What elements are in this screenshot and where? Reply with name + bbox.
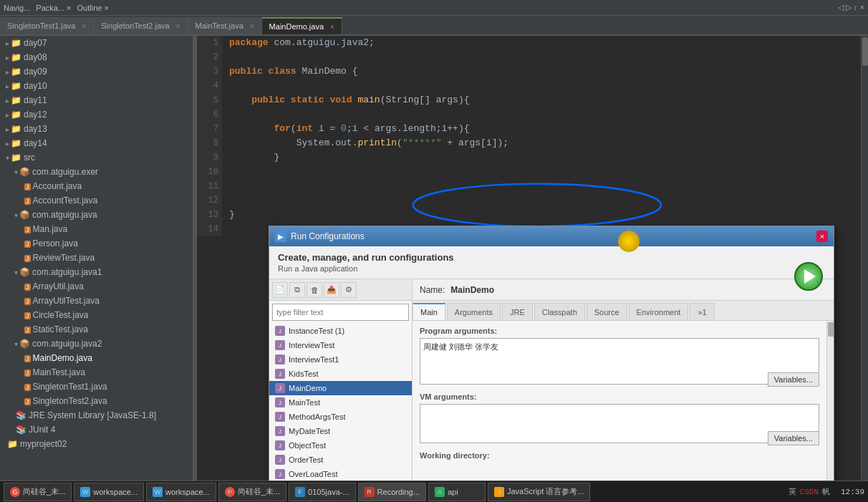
sidebar-item-ArrayUtilTestjava[interactable]: JArrayUtilTest.java <box>0 294 193 308</box>
menu-outline[interactable]: Outline × <box>77 4 109 12</box>
program-args-input[interactable]: 周建健 刘德华 张学友 <box>420 338 819 385</box>
config-list-item-InterviewTest[interactable]: JInterviewTest <box>269 338 412 352</box>
sys-icon-csdn[interactable]: CSDN <box>800 488 819 496</box>
code-line-4[interactable] <box>229 79 854 93</box>
code-line-3[interactable]: public class MainDemo { <box>229 64 854 79</box>
variables-button-1[interactable]: Variables... <box>768 372 819 387</box>
tab-singleton2[interactable]: SingletonTest2.java × <box>94 17 188 34</box>
scrollbar-thumb[interactable] <box>862 37 868 66</box>
sidebar-item-day13[interactable]: ▸📁day13 <box>0 122 193 136</box>
sidebar-item-day07[interactable]: ▸📁day07 <box>0 36 193 50</box>
tab-singleton1[interactable]: SingletonTest1.java × <box>0 17 94 34</box>
sidebar-item-day12[interactable]: ▸📁day12 <box>0 107 193 122</box>
sidebar-item-MainDemojava[interactable]: JMainDemo.java <box>0 351 193 365</box>
sidebar-item-Manjava[interactable]: JMan.java <box>0 222 193 236</box>
config-list-item-OverLoadTest[interactable]: JOverLoadTest <box>269 467 412 481</box>
right-scrollbar-thumb[interactable] <box>828 322 834 337</box>
sidebar-item-StaticTestjava[interactable]: JStaticTest.java <box>0 322 193 337</box>
dialog-close-button[interactable]: × <box>816 231 828 242</box>
vm-args-input[interactable] <box>420 404 819 443</box>
taskbar-item-0[interactable]: G 尚硅谷_未... <box>4 483 72 501</box>
code-line-10[interactable] <box>229 165 854 179</box>
delete-button[interactable]: 🗑 <box>307 282 322 298</box>
taskbar-item-3[interactable]: P 尚硅谷_未... <box>218 483 286 501</box>
sidebar-item-comatguigujava[interactable]: ▾📦com.atguigu.java <box>0 208 193 222</box>
sidebar-item-MainTestjava[interactable]: JMainTest.java <box>0 365 193 380</box>
dialog-content: 📄 ⧉ 🗑 📤 ⚙ JInstanceTest (1)JInterviewTes… <box>269 279 834 481</box>
sidebar-item-SingletonTest2java[interactable]: JSingletonTest2.java <box>0 394 193 408</box>
sidebar-item-day14[interactable]: ▸📁day14 <box>0 136 193 150</box>
config-list-item-KidsTest[interactable]: JKidsTest <box>269 367 412 381</box>
conf-tab-jre[interactable]: JRE <box>502 303 533 320</box>
code-line-6[interactable] <box>229 107 854 122</box>
conf-tab-»1[interactable]: »1 <box>690 303 714 320</box>
duplicate-button[interactable]: ⧉ <box>289 282 305 298</box>
code-line-2[interactable] <box>229 50 854 64</box>
sys-icon-lang[interactable]: 英 <box>789 486 796 497</box>
code-line-7[interactable]: for(int i = 0;i < args.length;i++){ <box>229 122 854 136</box>
filter-input[interactable] <box>272 304 409 321</box>
sidebar-item-ArrayUtiljava[interactable]: JArrayUtil.java <box>0 279 193 294</box>
sidebar-item-comatguiguexer[interactable]: ▾📦com.atguigu.exer <box>0 165 193 179</box>
sidebar-item-day10[interactable]: ▸📁day10 <box>0 79 193 93</box>
code-line-11[interactable] <box>229 179 854 193</box>
config-list-item-MainTest[interactable]: JMainTest <box>269 395 412 410</box>
code-line-1[interactable]: package com.atguigu.java2; <box>229 36 854 50</box>
conf-tab-arguments[interactable]: Arguments <box>447 303 501 320</box>
conf-tab-main[interactable]: Main <box>413 303 445 320</box>
sidebar-item-day09[interactable]: ▸📁day09 <box>0 64 193 79</box>
sidebar-item-SingletonTest1java[interactable]: JSingletonTest1.java <box>0 380 193 394</box>
taskbar-item-api[interactable]: A api <box>428 483 486 501</box>
code-line-12[interactable] <box>229 193 854 208</box>
taskbar-item-js[interactable]: J JavaScript 语言参考... <box>488 483 591 501</box>
variables-button-2[interactable]: Variables... <box>768 431 819 445</box>
menu-packa[interactable]: Packa... × <box>36 4 71 12</box>
tab-maintest[interactable]: MainTest.java × <box>188 17 262 34</box>
sidebar-item-ReviewTestjava[interactable]: JReviewTest.java <box>0 251 193 265</box>
sidebar-item-JUnit4[interactable]: 📚JUnit 4 <box>0 423 193 437</box>
sidebar-item-src[interactable]: ▾📁src <box>0 150 193 165</box>
sidebar-item-day11[interactable]: ▸📁day11 <box>0 93 193 107</box>
conf-tab-source[interactable]: Source <box>587 303 627 320</box>
settings-button[interactable]: ⚙ <box>341 282 357 298</box>
config-list-item-MethodArgsTest[interactable]: JMethodArgsTest <box>269 410 412 424</box>
code-line-5[interactable]: public static void main(String[] args){ <box>229 93 854 107</box>
sidebar-item-day08[interactable]: ▸📁day08 <box>0 50 193 64</box>
config-list-item-OrderTest[interactable]: JOrderTest <box>269 453 412 467</box>
sidebar-item-Accountjava[interactable]: JAccount.java <box>0 179 193 193</box>
export-button[interactable]: 📤 <box>324 282 339 298</box>
tab-close[interactable]: × <box>176 22 180 30</box>
tab-maindemo[interactable]: MainDemo.java × <box>262 17 342 34</box>
code-line-13[interactable]: } <box>229 208 854 222</box>
sidebar-item-comatguigujava2[interactable]: ▾📦com.atguigu.java2 <box>0 337 193 351</box>
code-line-8[interactable]: System.out.println("*****" + args[i]); <box>229 136 854 150</box>
sidebar-tree[interactable]: ▸📁day07▸📁day08▸📁day09▸📁day10▸📁day11▸📁day… <box>0 36 193 481</box>
code-line-9[interactable]: } <box>229 150 854 165</box>
play-button[interactable] <box>794 262 823 291</box>
config-list-item-InstanceTest1[interactable]: JInstanceTest (1) <box>269 324 412 338</box>
new-config-button[interactable]: 📄 <box>272 282 288 298</box>
config-list-item-MainDemo[interactable]: JMainDemo <box>269 381 412 395</box>
taskbar-item-1[interactable]: W workspace... <box>74 483 144 501</box>
right-scrollbar[interactable] <box>826 321 834 481</box>
config-list-item-ObjectTest[interactable]: JObjectTest <box>269 438 412 453</box>
taskbar-item-2[interactable]: W workspace... <box>146 483 216 501</box>
conf-tab-environment[interactable]: Environment <box>629 303 689 320</box>
tab-close[interactable]: × <box>250 22 254 30</box>
sidebar-item-AccountTestjava[interactable]: JAccountTest.java <box>0 193 193 208</box>
config-list-item-InterviewTest1[interactable]: JInterviewTest1 <box>269 352 412 367</box>
tab-close[interactable]: × <box>82 22 86 30</box>
sidebar-item-JRESystemLibrary[JavaSE-18][interactable]: 📚JRE System Library [JavaSE-1.8] <box>0 408 193 423</box>
sidebar-item-myproject02[interactable]: 📁myproject02 <box>0 437 193 451</box>
sidebar-item-CircleTestjava[interactable]: JCircleTest.java <box>0 308 193 322</box>
sidebar-item-Personjava[interactable]: JPerson.java <box>0 236 193 251</box>
menu-navig[interactable]: Navig... <box>4 4 30 12</box>
conf-tab-classpath[interactable]: Classpath <box>534 303 585 320</box>
vm-args-label: VM arguments: <box>420 392 819 401</box>
editor-scrollbar[interactable] <box>861 36 868 481</box>
taskbar-item-recording[interactable]: R Recording... <box>358 483 426 501</box>
tab-close[interactable]: × <box>330 23 334 31</box>
config-list-item-MyDateTest[interactable]: JMyDateTest <box>269 424 412 438</box>
sidebar-item-comatguigujava1[interactable]: ▾📦com.atguigu.java1 <box>0 265 193 279</box>
taskbar-item-4[interactable]: F 0105java-... <box>289 483 355 501</box>
